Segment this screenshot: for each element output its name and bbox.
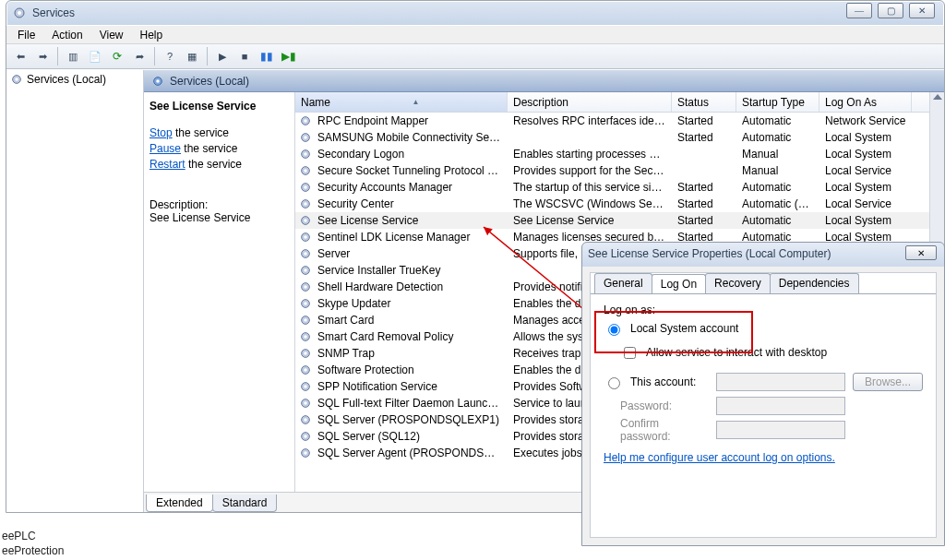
menu-file[interactable]: File — [10, 27, 42, 43]
description-value: See License Service — [150, 211, 289, 224]
tree-node-label: Services (Local) — [27, 73, 106, 86]
tab-logon[interactable]: Log On — [652, 274, 706, 294]
menu-view[interactable]: View — [92, 27, 131, 43]
checkbox-allow-interact-label: Allow service to interact with desktop — [646, 346, 827, 359]
tab-general[interactable]: General — [594, 273, 652, 293]
service-logon: Local System — [819, 214, 912, 227]
svg-point-15 — [304, 185, 307, 189]
service-desc: Resolves RPC interfaces identifi... — [508, 114, 672, 127]
service-name: Service Installer TrueKey — [312, 264, 446, 277]
svg-point-13 — [304, 169, 307, 173]
show-hide-tree-button[interactable]: ▥ — [63, 46, 83, 66]
services-icon — [12, 6, 27, 20]
link-stop-service[interactable]: Stop — [150, 126, 173, 139]
gear-icon — [10, 73, 23, 86]
link-pause-service[interactable]: Pause — [150, 142, 181, 155]
restart-service-button[interactable]: ▶▮ — [279, 46, 299, 66]
section-header: Services (Local) — [144, 70, 944, 92]
link-restart-service[interactable]: Restart — [150, 158, 185, 171]
service-startup: Automatic — [736, 214, 819, 227]
service-name: Security Center — [312, 197, 400, 210]
service-name: Security Accounts Manager — [312, 181, 458, 194]
back-button[interactable]: ⬅ — [10, 46, 30, 66]
gear-icon — [299, 280, 312, 293]
logon-as-label: Log on as: — [604, 304, 923, 316]
gear-icon — [299, 363, 312, 376]
gear-icon — [299, 231, 312, 244]
service-name: SQL Server (PROSPONDSQLEXP1) — [312, 413, 505, 426]
service-row[interactable]: Security Accounts ManagerThe startup of … — [295, 179, 944, 196]
help-button[interactable]: ? — [160, 46, 180, 66]
svg-point-27 — [304, 285, 307, 289]
minimize-button[interactable]: — — [846, 3, 872, 18]
menu-help[interactable]: Help — [133, 27, 171, 43]
console-tree[interactable]: Services (Local) — [6, 70, 144, 512]
selected-service-name: See License Service — [150, 100, 289, 113]
tab-dependencies[interactable]: Dependencies — [770, 273, 859, 293]
service-status: Started — [672, 181, 736, 194]
svg-point-45 — [304, 435, 307, 438]
service-row[interactable]: Secondary LogonEnables starting processe… — [295, 146, 944, 162]
col-name[interactable]: Name▲ — [295, 92, 508, 112]
toolbar: ⬅ ➡ ▥ 📄 ⟳ ➦ ? ▦ ▶ ■ ▮▮ ▶▮ — [6, 43, 944, 69]
dialog-titlebar[interactable]: See License Service Properties (Local Co… — [582, 243, 944, 265]
list-header: Name▲ Description Status Startup Type Lo… — [295, 92, 944, 113]
maximize-button[interactable]: ▢ — [878, 3, 903, 18]
help-link[interactable]: Help me configure user account log on op… — [604, 451, 835, 464]
service-row[interactable]: See License ServiceSee License ServiceSt… — [295, 212, 944, 229]
service-row[interactable]: SAMSUNG Mobile Connectivity ServiceStart… — [295, 129, 944, 146]
service-name: Software Protection — [312, 363, 420, 376]
service-status: Started — [672, 214, 736, 227]
close-button[interactable]: ✕ — [909, 3, 935, 18]
service-logon: Local Service — [819, 197, 912, 210]
svg-point-11 — [304, 152, 307, 156]
radio-this-account[interactable] — [608, 377, 620, 389]
pause-service-button[interactable]: ▮▮ — [257, 46, 277, 66]
columns-button[interactable]: ▦ — [182, 46, 202, 66]
service-row[interactable]: Secure Socket Tunneling Protocol Service… — [295, 162, 944, 179]
start-service-button[interactable]: ▶ — [212, 46, 233, 66]
service-startup: Manual — [736, 148, 819, 161]
service-name: See License Service — [312, 214, 424, 227]
col-startup[interactable]: Startup Type — [736, 92, 819, 112]
radio-local-system-label: Local System account — [630, 322, 738, 335]
service-row[interactable]: RPC Endpoint MapperResolves RPC interfac… — [295, 113, 944, 129]
window-title: Services — [32, 6, 75, 19]
service-name: Smart Card Removal Policy — [312, 330, 459, 343]
service-desc: Provides support for the Secur... — [508, 164, 672, 177]
tab-standard[interactable]: Standard — [212, 494, 278, 512]
service-desc: Enables starting processes und... — [508, 148, 672, 161]
svg-point-39 — [304, 385, 307, 388]
service-properties-dialog: See License Service Properties (Local Co… — [581, 242, 945, 546]
gear-icon — [299, 264, 312, 277]
export-button[interactable]: ➦ — [129, 46, 150, 66]
col-description[interactable]: Description — [508, 92, 672, 112]
service-startup: Automatic — [736, 181, 819, 194]
stop-service-button[interactable]: ■ — [234, 46, 255, 66]
tree-node-services-local[interactable]: Services (Local) — [8, 72, 141, 87]
tab-extended[interactable]: Extended — [146, 494, 213, 512]
svg-point-23 — [304, 252, 307, 256]
tab-recovery[interactable]: Recovery — [705, 273, 771, 293]
svg-point-5 — [156, 79, 160, 83]
service-logon: Network Service — [819, 114, 912, 127]
gear-icon — [299, 430, 312, 443]
gear-icon — [299, 297, 312, 310]
properties-button[interactable]: 📄 — [85, 46, 105, 66]
titlebar[interactable]: Services — [6, 1, 944, 25]
svg-point-19 — [304, 219, 307, 222]
service-logon: Local System — [819, 148, 912, 161]
gear-icon — [299, 247, 312, 260]
col-status[interactable]: Status — [672, 92, 736, 112]
menu-action[interactable]: Action — [44, 27, 90, 43]
dialog-close-button[interactable]: ✕ — [905, 245, 937, 260]
service-row[interactable]: Security CenterThe WSCSVC (Windows Secur… — [295, 196, 944, 212]
radio-local-system[interactable] — [608, 324, 620, 336]
svg-point-37 — [304, 368, 307, 372]
dialog-tabs: General Log On Recovery Dependencies — [591, 273, 936, 293]
gear-icon — [299, 197, 312, 210]
col-logon[interactable]: Log On As — [819, 92, 912, 112]
forward-button[interactable]: ➡ — [32, 46, 53, 66]
refresh-button[interactable]: ⟳ — [107, 46, 127, 66]
checkbox-allow-interact[interactable] — [624, 347, 636, 359]
